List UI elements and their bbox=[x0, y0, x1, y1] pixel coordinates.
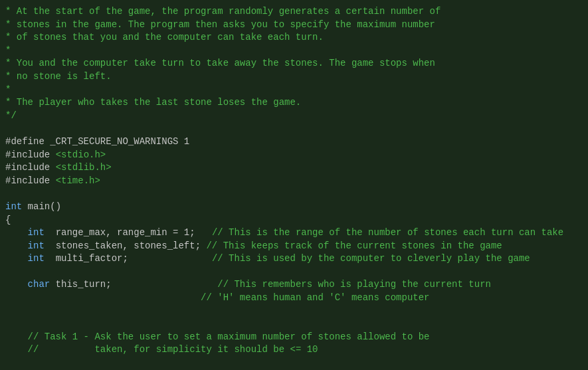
type-text: int bbox=[28, 227, 45, 238]
code-line bbox=[0, 357, 588, 370]
normal-text bbox=[5, 240, 28, 251]
inline-comment-text: // This is the range of the number of st… bbox=[212, 227, 563, 238]
code-line: */ bbox=[0, 110, 588, 123]
normal-text: stones_taken, stones_left; bbox=[45, 240, 207, 251]
code-content: * At the start of the game, the program … bbox=[0, 5, 588, 370]
code-line: int main() bbox=[0, 201, 588, 214]
type-text: int bbox=[5, 201, 22, 212]
normal-text bbox=[5, 279, 28, 290]
code-line bbox=[0, 187, 588, 201]
comment-text: */ bbox=[5, 110, 17, 121]
normal-text: range_max, range_min = 1; bbox=[45, 227, 212, 238]
normal-text bbox=[50, 149, 55, 160]
include-file-text: <stdlib.h> bbox=[56, 162, 112, 173]
include-file-text: <time.h> bbox=[56, 175, 100, 186]
comment-text: * You and the computer take turn to take… bbox=[5, 58, 435, 68]
normal-text: main() bbox=[22, 201, 61, 212]
code-line: #include <stdio.h> bbox=[0, 149, 588, 162]
code-line bbox=[0, 266, 588, 279]
normal-text bbox=[5, 344, 28, 355]
inline-comment-text: // This is used by the computer to cleve… bbox=[212, 253, 530, 264]
code-line: #define _CRT_SECURE_NO_WARNINGS 1 bbox=[0, 136, 588, 149]
normal-text: 1 bbox=[184, 136, 189, 147]
code-line: // Task 1 - Ask the user to set a maximu… bbox=[0, 331, 588, 344]
code-line: int range_max, range_min = 1; // This is… bbox=[0, 227, 588, 240]
code-line bbox=[0, 318, 588, 331]
code-line bbox=[0, 305, 588, 318]
code-line: char this_turn; // This remembers who is… bbox=[0, 278, 588, 292]
normal-text bbox=[50, 162, 55, 173]
code-line: * no stone is left. bbox=[0, 70, 588, 84]
code-line bbox=[0, 122, 588, 136]
normal-text: this_turn; bbox=[50, 279, 217, 290]
code-line: // taken, for simplicity it should be <=… bbox=[0, 343, 588, 357]
code-line: * stones in the game. The program then a… bbox=[0, 19, 588, 32]
inline-comment-text: // 'H' means human and 'C' means compute… bbox=[201, 292, 429, 303]
inline-comment-text: // This remembers who is playing the cur… bbox=[217, 279, 491, 290]
normal-text bbox=[5, 292, 201, 303]
code-line: int stones_taken, stones_left; // This k… bbox=[0, 240, 588, 253]
preprocessor-text: #define bbox=[5, 136, 45, 147]
inline-comment-text: // This keeps track of the current stone… bbox=[206, 240, 502, 251]
include-file-text: <stdio.h> bbox=[56, 149, 106, 160]
normal-text bbox=[5, 227, 28, 238]
code-line: int multi_factor; // This is used by the… bbox=[0, 252, 588, 266]
comment-text: * bbox=[5, 45, 11, 56]
preprocessor-text: #include bbox=[5, 162, 50, 173]
normal-text bbox=[50, 175, 55, 186]
code-line: #include <stdlib.h> bbox=[0, 161, 588, 175]
code-editor: * At the start of the game, the program … bbox=[0, 0, 588, 370]
comment-text: * The player who takes the last stone lo… bbox=[5, 97, 301, 108]
code-line: // 'H' means human and 'C' means compute… bbox=[0, 292, 588, 305]
inline-comment-text: // Task 1 - Ask the user to set a maximu… bbox=[28, 331, 430, 342]
preprocessor-text: #include bbox=[5, 175, 50, 186]
normal-text: { bbox=[5, 215, 11, 225]
normal-text: _CRT_SECURE_NO_WARNINGS bbox=[45, 136, 184, 147]
comment-text: * bbox=[5, 84, 11, 95]
code-line: * You and the computer take turn to take… bbox=[0, 57, 588, 70]
normal-text bbox=[5, 331, 28, 342]
type-text: char bbox=[28, 279, 50, 290]
code-line: * bbox=[0, 84, 588, 97]
code-line: * of stones that you and the computer ca… bbox=[0, 31, 588, 45]
normal-text bbox=[5, 253, 28, 264]
code-line: * bbox=[0, 45, 588, 58]
code-line: * At the start of the game, the program … bbox=[0, 5, 588, 19]
normal-text: multi_factor; bbox=[45, 253, 212, 264]
code-line: * The player who takes the last stone lo… bbox=[0, 96, 588, 110]
comment-text: * of stones that you and the computer ca… bbox=[5, 32, 324, 43]
type-text: int bbox=[28, 240, 45, 251]
comment-text: * At the start of the game, the program … bbox=[5, 6, 441, 17]
comment-text: * stones in the game. The program then a… bbox=[5, 19, 435, 30]
comment-text: * no stone is left. bbox=[5, 71, 112, 82]
inline-comment-text: // taken, for simplicity it should be <=… bbox=[28, 344, 318, 355]
code-line: { bbox=[0, 214, 588, 227]
type-text: int bbox=[28, 253, 45, 264]
code-line: #include <time.h> bbox=[0, 175, 588, 188]
preprocessor-text: #include bbox=[5, 149, 50, 160]
